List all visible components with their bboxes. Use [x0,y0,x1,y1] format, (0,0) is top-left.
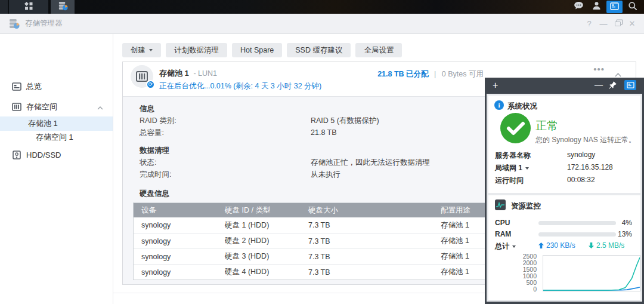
volume-icon [12,102,21,112]
sidebar-item-label: 总览 [26,81,42,92]
create-button-label: 创建 [131,45,145,56]
app-menu-icon [24,1,33,13]
maximize-icon [615,22,621,26]
row-label: 总容量: [140,127,311,139]
cell-device: synology [134,221,217,229]
taskbar [0,0,644,14]
taskbar-edge-tile[interactable] [0,0,8,14]
health-status: 正常 [535,118,558,134]
column-header: 硬盘大小 [301,205,433,216]
row-label: 完成时间: [140,168,311,180]
minimize-button[interactable]: — [596,17,611,31]
button-label: 计划数据清理 [174,45,219,56]
pool-usage: 21.8 TB 已分配 | 0 Bytes 可用 [377,69,484,79]
network-chart [543,255,640,291]
widgets-icon[interactable] [624,80,636,90]
widget-panel-body: i 系统状况 正常 您的 Synology NAS 运转正常。 服务器名称 sy… [487,94,642,302]
storage-pool-icon: ⟳ [131,65,153,88]
toolbar: 创建 计划数据清理 Hot Spare SSD 缓存建议 全局设置 [122,43,402,57]
widget-panel-minimize-button[interactable]: — [595,78,603,93]
taskbar-tray [569,0,642,14]
window-controls: ? — ✕ [582,14,639,33]
row-value: 21.8 TB [311,127,337,139]
cell-size: 7.3 TB [301,237,433,245]
sidebar-item-volumes[interactable]: 存储空间 [0,100,113,114]
maximize-button[interactable] [611,17,625,31]
cell-disk-id: 硬盘 2 (HDD) [217,236,301,246]
column-header: 硬盘 ID / 类型 [217,205,301,216]
sidebar-item-storage-pool-1[interactable]: 存储池 1 [0,116,113,131]
system-health-title: 系统状况 [507,102,537,112]
main-menu-button[interactable] [9,0,48,14]
lan-row: 局域网 1 172.16.35.128 [488,161,640,174]
network-total-row: 总计 230 KB/s 2.5 MB/s [488,240,640,251]
cell-size: 7.3 TB [301,253,433,261]
cell-device: synology [134,268,217,277]
widgets-toggle-button[interactable] [606,1,623,13]
ram-meter-row: RAM 13% [488,229,640,239]
scheduled-data-scrubbing-button[interactable]: 计划数据清理 [166,43,227,57]
close-button[interactable]: ✕ [625,17,639,31]
caret-down-icon [525,167,529,170]
notifications-button[interactable] [569,0,587,14]
row-value: 存储池正忙，因此无法运行数据清理 [311,156,430,168]
download-arrow-icon [589,242,594,248]
create-button[interactable]: 创建 [122,43,161,57]
download-rate: 2.5 MB/s [589,241,624,250]
cell-device: synology [134,253,217,261]
chat-icon [574,1,584,13]
window-title: 存储管理器 [25,14,63,33]
chevron-up-icon[interactable] [97,103,103,112]
widgets-icon [610,2,619,13]
sidebar-item-label: HDD/SSD [26,151,61,159]
lan-selector[interactable]: 局域网 1 [495,163,529,173]
user-menu-button[interactable] [587,0,605,14]
server-name-row: 服务器名称 synology [488,149,640,161]
global-settings-button[interactable]: 全局设置 [355,43,402,57]
hot-spare-button[interactable]: Hot Spare [232,43,282,57]
sidebar-item-hdd-ssd[interactable]: HDD/SSD [0,148,113,162]
ram-meter [538,232,616,237]
widget-panel-header: + — [487,78,642,94]
ram-percent: 13% [608,230,632,238]
ellipsis-menu-button[interactable]: ••• [593,64,605,74]
sidebar-item-overview[interactable]: 总览 [0,79,113,94]
pool-lun: - LUN1 [193,69,217,78]
row-label: 总计 [495,241,509,251]
cell-device: synology [134,237,217,245]
sidebar: 总览 存储空间 存储池 1 存储空间 1 [0,34,113,304]
caret-down-icon [512,245,516,248]
disk-icon [12,150,21,159]
button-label: Hot Spare [240,46,274,54]
taskbar-storage-manager-button[interactable] [51,0,75,14]
network-chart-y-axis: 25002000150010005000 [505,253,540,293]
row-value: 从未执行 [311,168,340,180]
storage-pool-title: 存储池 1 - LUN1 [159,68,217,79]
sidebar-item-volume-1[interactable]: 存储空间 1 [0,130,113,145]
button-label: 全局设置 [364,45,394,56]
cpu-meter-row: CPU 4% [488,217,640,228]
usage-separator: | [434,70,436,78]
cell-size: 7.3 TB [301,268,433,277]
cell-size: 7.3 TB [301,221,433,229]
search-button[interactable] [624,0,642,14]
window-titlebar: 存储管理器 ? — ✕ [0,14,644,34]
pool-allocated: 21.8 TB 已分配 [377,70,428,78]
cpu-label: CPU [495,219,510,227]
ssd-cache-advisor-button[interactable]: SSD 缓存建议 [287,43,351,57]
user-icon [592,1,601,13]
resource-monitor-icon [495,199,506,210]
resource-monitor-title: 资源监控 [511,201,541,211]
add-widget-button[interactable]: + [493,78,498,93]
sync-badge-icon: ⟳ [146,80,155,89]
network-total-selector[interactable]: 总计 [495,241,516,251]
pin-icon[interactable] [608,81,617,92]
sidebar-item-label: 存储空间 [26,102,57,112]
sidebar-item-label: 存储空间 1 [36,132,73,143]
ram-label: RAM [495,230,511,238]
storage-manager-window-icon [8,18,20,32]
help-button[interactable]: ? [582,17,596,31]
info-icon: i [494,100,504,110]
sidebar-item-label: 存储池 1 [28,118,58,129]
resource-monitor-widget: 资源监控 CPU 4% RAM 13% 总计 [488,195,640,300]
